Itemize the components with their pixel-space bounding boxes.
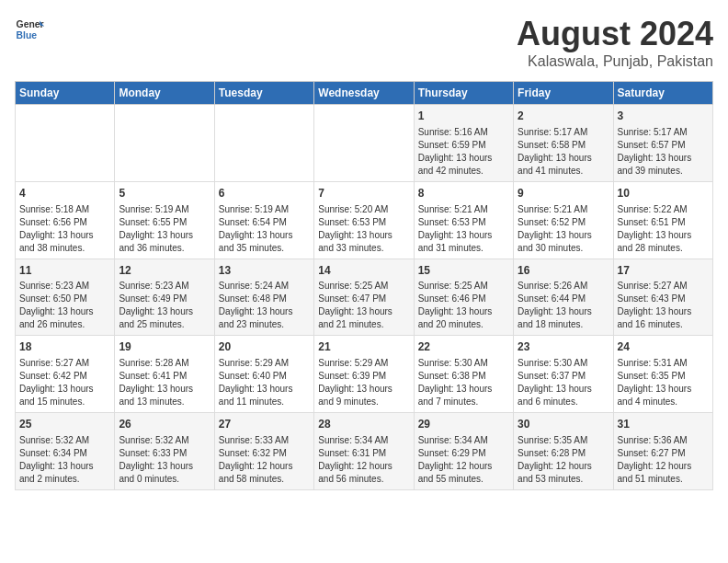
day-info: Sunrise: 5:19 AM Sunset: 6:55 PM Dayligh… <box>119 203 210 255</box>
day-info: Sunrise: 5:29 AM Sunset: 6:39 PM Dayligh… <box>318 357 409 408</box>
day-number: 14 <box>318 263 409 279</box>
calendar-week-row: 4Sunrise: 5:18 AM Sunset: 6:56 PM Daylig… <box>16 181 713 259</box>
logo: General Blue <box>15 15 44 44</box>
day-number: 30 <box>518 417 609 432</box>
day-number: 6 <box>219 186 310 201</box>
calendar-cell: 5Sunrise: 5:19 AM Sunset: 6:55 PM Daylig… <box>115 181 214 259</box>
day-number: 21 <box>318 339 409 355</box>
calendar-cell: 1Sunrise: 5:16 AM Sunset: 6:59 PM Daylig… <box>414 105 513 182</box>
day-info: Sunrise: 5:36 AM Sunset: 6:27 PM Dayligh… <box>618 434 709 486</box>
day-info: Sunrise: 5:33 AM Sunset: 6:32 PM Dayligh… <box>219 434 310 486</box>
calendar-cell <box>16 105 115 182</box>
calendar-cell: 21Sunrise: 5:29 AM Sunset: 6:39 PM Dayli… <box>314 336 414 413</box>
calendar-cell: 27Sunrise: 5:33 AM Sunset: 6:32 PM Dayli… <box>214 413 313 490</box>
day-info: Sunrise: 5:27 AM Sunset: 6:42 PM Dayligh… <box>19 357 110 408</box>
day-info: Sunrise: 5:22 AM Sunset: 6:51 PM Dayligh… <box>618 203 709 255</box>
day-info: Sunrise: 5:21 AM Sunset: 6:53 PM Dayligh… <box>418 203 509 255</box>
day-info: Sunrise: 5:28 AM Sunset: 6:41 PM Dayligh… <box>119 357 210 408</box>
calendar-cell: 24Sunrise: 5:31 AM Sunset: 6:35 PM Dayli… <box>613 336 712 413</box>
day-info: Sunrise: 5:20 AM Sunset: 6:53 PM Dayligh… <box>318 203 409 255</box>
calendar-cell: 16Sunrise: 5:26 AM Sunset: 6:44 PM Dayli… <box>514 259 613 336</box>
day-info: Sunrise: 5:24 AM Sunset: 6:48 PM Dayligh… <box>219 280 310 331</box>
day-number: 17 <box>618 263 709 279</box>
header-friday: Friday <box>514 82 613 105</box>
day-number: 9 <box>518 186 609 201</box>
day-info: Sunrise: 5:23 AM Sunset: 6:50 PM Dayligh… <box>19 280 110 331</box>
calendar-cell: 15Sunrise: 5:25 AM Sunset: 6:46 PM Dayli… <box>414 259 513 336</box>
calendar-cell: 31Sunrise: 5:36 AM Sunset: 6:27 PM Dayli… <box>613 413 712 490</box>
calendar-cell: 29Sunrise: 5:34 AM Sunset: 6:29 PM Dayli… <box>414 413 513 490</box>
day-info: Sunrise: 5:21 AM Sunset: 6:52 PM Dayligh… <box>518 203 609 255</box>
logo-icon: General Blue <box>15 15 44 44</box>
day-number: 19 <box>119 339 210 355</box>
day-number: 18 <box>19 339 110 355</box>
day-info: Sunrise: 5:32 AM Sunset: 6:33 PM Dayligh… <box>119 434 210 486</box>
header-monday: Monday <box>115 82 214 105</box>
header-thursday: Thursday <box>414 82 513 105</box>
calendar-cell: 25Sunrise: 5:32 AM Sunset: 6:34 PM Dayli… <box>16 413 115 490</box>
day-number: 12 <box>119 263 210 279</box>
calendar-cell: 20Sunrise: 5:29 AM Sunset: 6:40 PM Dayli… <box>214 336 313 413</box>
calendar-cell: 14Sunrise: 5:25 AM Sunset: 6:47 PM Dayli… <box>314 259 414 336</box>
calendar-cell <box>314 105 414 182</box>
calendar-cell: 26Sunrise: 5:32 AM Sunset: 6:33 PM Dayli… <box>115 413 214 490</box>
day-number: 8 <box>418 186 509 201</box>
day-number: 31 <box>618 417 709 432</box>
calendar-cell: 28Sunrise: 5:34 AM Sunset: 6:31 PM Dayli… <box>314 413 414 490</box>
calendar-cell: 23Sunrise: 5:30 AM Sunset: 6:37 PM Dayli… <box>514 336 613 413</box>
calendar-table: SundayMondayTuesdayWednesdayThursdayFrid… <box>15 81 713 490</box>
day-info: Sunrise: 5:27 AM Sunset: 6:43 PM Dayligh… <box>618 280 709 331</box>
calendar-week-row: 18Sunrise: 5:27 AM Sunset: 6:42 PM Dayli… <box>16 336 713 413</box>
day-info: Sunrise: 5:18 AM Sunset: 6:56 PM Dayligh… <box>19 203 110 255</box>
day-info: Sunrise: 5:26 AM Sunset: 6:44 PM Dayligh… <box>518 280 609 331</box>
calendar-cell: 17Sunrise: 5:27 AM Sunset: 6:43 PM Dayli… <box>613 259 712 336</box>
calendar-cell <box>115 105 214 182</box>
day-info: Sunrise: 5:17 AM Sunset: 6:57 PM Dayligh… <box>618 126 709 178</box>
calendar-cell: 19Sunrise: 5:28 AM Sunset: 6:41 PM Dayli… <box>115 336 214 413</box>
day-number: 3 <box>618 109 709 124</box>
calendar-week-row: 1Sunrise: 5:16 AM Sunset: 6:59 PM Daylig… <box>16 105 713 182</box>
header-saturday: Saturday <box>613 82 712 105</box>
calendar-cell: 4Sunrise: 5:18 AM Sunset: 6:56 PM Daylig… <box>16 181 115 259</box>
svg-text:Blue: Blue <box>17 30 38 40</box>
calendar-cell: 11Sunrise: 5:23 AM Sunset: 6:50 PM Dayli… <box>16 259 115 336</box>
calendar-cell: 18Sunrise: 5:27 AM Sunset: 6:42 PM Dayli… <box>16 336 115 413</box>
calendar-cell <box>214 105 313 182</box>
day-info: Sunrise: 5:34 AM Sunset: 6:31 PM Dayligh… <box>318 434 409 486</box>
day-info: Sunrise: 5:30 AM Sunset: 6:37 PM Dayligh… <box>518 357 609 408</box>
calendar-cell: 3Sunrise: 5:17 AM Sunset: 6:57 PM Daylig… <box>613 105 712 182</box>
day-info: Sunrise: 5:23 AM Sunset: 6:49 PM Dayligh… <box>119 280 210 331</box>
day-info: Sunrise: 5:30 AM Sunset: 6:38 PM Dayligh… <box>418 357 509 408</box>
day-number: 11 <box>19 263 110 279</box>
day-number: 5 <box>119 186 210 201</box>
day-number: 23 <box>518 339 609 355</box>
calendar-cell: 9Sunrise: 5:21 AM Sunset: 6:52 PM Daylig… <box>514 181 613 259</box>
day-number: 16 <box>518 263 609 279</box>
calendar-cell: 6Sunrise: 5:19 AM Sunset: 6:54 PM Daylig… <box>214 181 313 259</box>
day-number: 26 <box>119 417 210 432</box>
day-info: Sunrise: 5:32 AM Sunset: 6:34 PM Dayligh… <box>19 434 110 486</box>
day-number: 7 <box>318 186 409 201</box>
calendar-cell: 12Sunrise: 5:23 AM Sunset: 6:49 PM Dayli… <box>115 259 214 336</box>
day-number: 27 <box>219 417 310 432</box>
day-number: 10 <box>618 186 709 201</box>
day-number: 28 <box>318 417 409 432</box>
day-number: 24 <box>618 339 709 355</box>
header-wednesday: Wednesday <box>314 82 414 105</box>
page-header: General Blue August 2024 Kalaswala, Punj… <box>15 15 713 70</box>
day-number: 13 <box>219 263 310 279</box>
calendar-cell: 7Sunrise: 5:20 AM Sunset: 6:53 PM Daylig… <box>314 181 414 259</box>
calendar-cell: 10Sunrise: 5:22 AM Sunset: 6:51 PM Dayli… <box>613 181 712 259</box>
header-sunday: Sunday <box>16 82 115 105</box>
day-number: 15 <box>418 263 509 279</box>
page-subtitle: Kalaswala, Punjab, Pakistan <box>517 53 713 70</box>
day-number: 29 <box>418 417 509 432</box>
day-info: Sunrise: 5:19 AM Sunset: 6:54 PM Dayligh… <box>219 203 310 255</box>
day-info: Sunrise: 5:17 AM Sunset: 6:58 PM Dayligh… <box>518 126 609 178</box>
day-info: Sunrise: 5:31 AM Sunset: 6:35 PM Dayligh… <box>618 357 709 408</box>
day-number: 20 <box>219 339 310 355</box>
day-info: Sunrise: 5:35 AM Sunset: 6:28 PM Dayligh… <box>518 434 609 486</box>
calendar-header-row: SundayMondayTuesdayWednesdayThursdayFrid… <box>16 82 713 105</box>
day-info: Sunrise: 5:25 AM Sunset: 6:47 PM Dayligh… <box>318 280 409 331</box>
day-info: Sunrise: 5:25 AM Sunset: 6:46 PM Dayligh… <box>418 280 509 331</box>
